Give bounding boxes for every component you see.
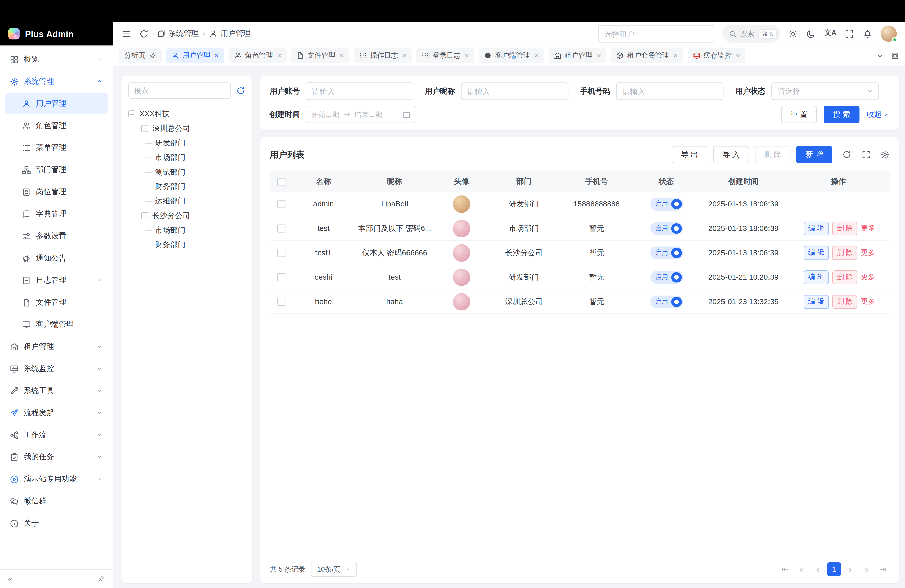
app-logo[interactable]: Plus Admin [0, 22, 113, 45]
tree-expander-icon[interactable] [129, 110, 135, 117]
tab[interactable]: 角色管理 × [229, 48, 287, 63]
more-button[interactable]: 更多 [861, 248, 875, 256]
collapse-sidebar-button[interactable]: « [8, 574, 12, 583]
tenant-select-input[interactable] [598, 25, 714, 42]
sidebar-item[interactable]: 我的任务 [5, 447, 108, 467]
tree-node[interactable]: 长沙分公司 [129, 208, 245, 223]
row-checkbox[interactable] [277, 200, 285, 208]
sidebar-item[interactable]: 菜单管理 [5, 137, 108, 158]
next-group-button[interactable]: » [859, 563, 873, 576]
sidebar-item[interactable]: 系统监控 [5, 358, 108, 379]
row-checkbox[interactable] [277, 249, 285, 257]
table-settings-button[interactable] [881, 150, 890, 159]
delete-button[interactable]: 删 除 [832, 221, 857, 235]
tree-node[interactable]: 财务部门 [129, 179, 245, 194]
status-toggle[interactable]: 启用 [650, 222, 683, 235]
status-toggle[interactable]: 启用 [650, 295, 683, 308]
edit-button[interactable]: 编 辑 [804, 246, 829, 259]
tree-node[interactable]: XXX科技 [129, 106, 245, 121]
tree-expander-icon[interactable] [141, 125, 148, 132]
export-button[interactable]: 导 出 [672, 146, 707, 163]
sidebar-item[interactable]: 参数设置 [5, 226, 108, 246]
content-fullscreen-button[interactable] [891, 52, 899, 60]
sidebar-item[interactable]: 用户管理 [5, 93, 108, 114]
delete-button[interactable]: 删 除 [832, 294, 857, 308]
prev-page-button[interactable]: ‹ [811, 563, 824, 576]
sidebar-item[interactable]: 字典管理 [5, 203, 108, 224]
row-avatar-image[interactable] [453, 244, 470, 261]
edit-button[interactable]: 编 辑 [804, 221, 829, 235]
collapse-filters-link[interactable]: 收起 [867, 110, 890, 120]
tab[interactable]: 客户端管理 × [479, 48, 544, 63]
tabs-menu-button[interactable] [876, 52, 884, 60]
prev-group-button[interactable]: « [795, 563, 808, 576]
tab[interactable]: 租户套餐管理 × [611, 48, 683, 63]
status-select[interactable]: 请选择 [771, 83, 879, 100]
tab-close-icon[interactable]: × [214, 52, 219, 59]
sidebar-item[interactable]: 系统管理 [5, 71, 108, 92]
notifications-button[interactable] [862, 29, 872, 38]
sidebar-item[interactable]: 流程发起 [5, 402, 108, 423]
delete-button[interactable]: 删 除 [832, 270, 857, 284]
sidebar-item[interactable]: 通知公告 [5, 248, 108, 269]
tab-close-icon[interactable]: × [277, 52, 281, 59]
edit-button[interactable]: 编 辑 [804, 270, 829, 284]
sidebar-item[interactable]: 工作流 [5, 424, 108, 445]
row-avatar-image[interactable] [453, 219, 470, 237]
tree-node[interactable]: 研发部门 [129, 135, 245, 150]
theme-toggle-button[interactable] [807, 29, 816, 38]
reset-button[interactable]: 重 置 [781, 106, 817, 123]
tab-close-icon[interactable]: × [465, 52, 469, 59]
first-page-button[interactable]: ⇤ [778, 563, 792, 576]
search-button[interactable]: 搜 索 [824, 106, 859, 123]
nickname-input[interactable] [461, 83, 568, 100]
row-checkbox[interactable] [277, 273, 285, 281]
tree-refresh-button[interactable] [236, 86, 245, 95]
row-avatar-image[interactable] [453, 195, 470, 213]
fullscreen-button[interactable] [845, 29, 854, 38]
tab[interactable]: 分析页 [119, 48, 162, 63]
tab-close-icon[interactable]: × [673, 52, 678, 59]
tab-close-icon[interactable]: × [340, 52, 344, 59]
page-size-select[interactable]: 10条/页 [311, 562, 357, 577]
tree-node[interactable]: 市场部门 [129, 150, 245, 164]
status-toggle[interactable]: 启用 [650, 271, 683, 283]
menu-toggle-button[interactable] [121, 29, 131, 38]
sidebar-item[interactable]: 租户管理 [5, 336, 108, 357]
sidebar-item[interactable]: 日志管理 [5, 270, 108, 291]
add-button[interactable]: 新 增 [796, 146, 832, 163]
tree-expander-icon[interactable] [141, 212, 148, 219]
batch-delete-button[interactable]: 删 除 [755, 146, 791, 163]
pin-layout-icon[interactable] [98, 575, 105, 583]
tree-node[interactable]: 运维部门 [129, 194, 245, 208]
account-input[interactable] [306, 83, 413, 100]
tab[interactable]: 操作日志 × [354, 48, 412, 63]
tree-node[interactable]: 市场部门 [129, 222, 245, 237]
status-toggle[interactable]: 启用 [650, 197, 683, 210]
row-checkbox[interactable] [277, 298, 285, 306]
refresh-page-button[interactable] [139, 29, 149, 38]
table-fullscreen-button[interactable] [861, 150, 870, 159]
settings-button[interactable] [788, 29, 798, 38]
sidebar-item[interactable]: 概览 [5, 49, 108, 70]
row-avatar-image[interactable] [453, 269, 470, 286]
table-refresh-button[interactable] [842, 150, 851, 159]
row-avatar-image[interactable] [453, 293, 470, 310]
sidebar-item[interactable]: 角色管理 [5, 115, 108, 136]
tree-node[interactable]: 深圳总公司 [129, 121, 245, 135]
row-checkbox[interactable] [277, 224, 285, 233]
phone-input[interactable] [616, 83, 724, 100]
next-page-button[interactable]: › [843, 563, 857, 576]
tree-node[interactable]: 财务部门 [129, 237, 245, 252]
last-page-button[interactable]: ⇥ [876, 563, 890, 576]
sidebar-item[interactable]: 文件管理 [5, 292, 108, 313]
tab-close-icon[interactable]: × [735, 52, 740, 59]
more-button[interactable]: 更多 [861, 297, 875, 305]
sidebar-item[interactable]: 系统工具 [5, 380, 108, 401]
tree-node[interactable]: 测试部门 [129, 164, 245, 179]
sidebar-item[interactable]: 演示站专用功能 [5, 469, 108, 489]
more-button[interactable]: 更多 [861, 273, 875, 281]
select-all-checkbox[interactable] [277, 178, 285, 186]
tab-close-icon[interactable]: × [402, 52, 406, 59]
sidebar-item[interactable]: 关于 [5, 513, 108, 534]
